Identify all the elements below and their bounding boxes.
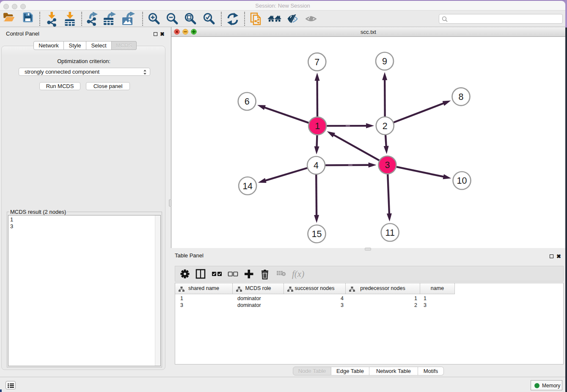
svg-text:8: 8 <box>459 92 464 102</box>
svg-text:11: 11 <box>385 228 395 238</box>
svg-text:10: 10 <box>457 176 467 186</box>
svg-text:15: 15 <box>312 229 322 239</box>
svg-text:3: 3 <box>385 160 390 170</box>
svg-text:6: 6 <box>245 97 250 107</box>
svg-text:1: 1 <box>315 121 320 131</box>
svg-text:7: 7 <box>314 57 319 67</box>
svg-text:2: 2 <box>383 121 388 131</box>
svg-text:4: 4 <box>314 160 319 171</box>
svg-text:f(x): f(x) <box>292 269 304 279</box>
svg-text:14: 14 <box>242 181 253 191</box>
svg-text:9: 9 <box>382 56 387 66</box>
